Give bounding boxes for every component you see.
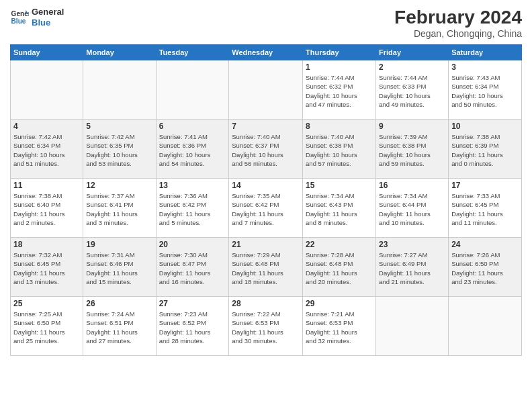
day-number: 12 [86, 181, 152, 190]
calendar-day-cell: 22Sunrise: 7:28 AM Sunset: 6:48 PM Dayli… [303, 238, 376, 297]
calendar-day-cell: 23Sunrise: 7:27 AM Sunset: 6:49 PM Dayli… [376, 238, 449, 297]
calendar-day-cell: 2Sunrise: 7:44 AM Sunset: 6:33 PM Daylig… [376, 60, 449, 120]
day-info: Sunrise: 7:26 AM Sunset: 6:50 PM Dayligh… [451, 250, 519, 286]
day-info: Sunrise: 7:28 AM Sunset: 6:48 PM Dayligh… [306, 250, 373, 286]
day-number: 4 [13, 122, 80, 131]
calendar-day-cell: 10Sunrise: 7:38 AM Sunset: 6:39 PM Dayli… [449, 120, 522, 179]
day-info: Sunrise: 7:23 AM Sunset: 6:52 PM Dayligh… [159, 310, 226, 345]
day-info: Sunrise: 7:36 AM Sunset: 6:42 PM Dayligh… [159, 191, 226, 227]
calendar-day-cell: 26Sunrise: 7:24 AM Sunset: 6:51 PM Dayli… [83, 297, 156, 356]
day-info: Sunrise: 7:39 AM Sunset: 6:38 PM Dayligh… [379, 132, 445, 168]
calendar-day-cell: 15Sunrise: 7:34 AM Sunset: 6:43 PM Dayli… [303, 179, 376, 238]
day-info: Sunrise: 7:24 AM Sunset: 6:51 PM Dayligh… [86, 310, 152, 345]
day-number: 28 [232, 299, 300, 308]
day-number: 2 [379, 62, 445, 72]
calendar-day-cell: 8Sunrise: 7:40 AM Sunset: 6:38 PM Daylig… [303, 120, 376, 179]
sub-title: Degan, Chongqing, China [394, 28, 522, 39]
day-number: 22 [306, 240, 373, 249]
title-block: February 2024 Degan, Chongqing, China [394, 7, 522, 39]
calendar-table: Sunday Monday Tuesday Wednesday Thursday… [10, 44, 522, 356]
day-number: 13 [159, 181, 226, 190]
day-info: Sunrise: 7:21 AM Sunset: 6:53 PM Dayligh… [306, 310, 373, 345]
calendar-day-cell: 21Sunrise: 7:29 AM Sunset: 6:48 PM Dayli… [229, 238, 303, 297]
day-info: Sunrise: 7:32 AM Sunset: 6:45 PM Dayligh… [13, 250, 80, 286]
day-number: 29 [306, 299, 373, 308]
day-info: Sunrise: 7:38 AM Sunset: 6:40 PM Dayligh… [13, 191, 80, 227]
day-info: Sunrise: 7:31 AM Sunset: 6:46 PM Dayligh… [86, 250, 152, 286]
day-number: 24 [451, 240, 519, 249]
calendar-day-cell [449, 297, 522, 356]
day-info: Sunrise: 7:44 AM Sunset: 6:32 PM Dayligh… [306, 73, 373, 109]
calendar-day-cell: 1Sunrise: 7:44 AM Sunset: 6:32 PM Daylig… [303, 60, 376, 120]
logo: General Blue General Blue [10, 7, 64, 28]
day-info: Sunrise: 7:40 AM Sunset: 6:38 PM Dayligh… [306, 132, 373, 168]
calendar-day-cell [156, 60, 229, 120]
calendar-day-cell: 6Sunrise: 7:41 AM Sunset: 6:36 PM Daylig… [156, 120, 229, 179]
calendar-day-cell: 17Sunrise: 7:33 AM Sunset: 6:45 PM Dayli… [449, 179, 522, 238]
calendar-week-row: 25Sunrise: 7:25 AM Sunset: 6:50 PM Dayli… [11, 297, 522, 356]
day-info: Sunrise: 7:22 AM Sunset: 6:53 PM Dayligh… [232, 310, 300, 345]
calendar-day-cell [229, 60, 303, 120]
calendar-day-cell: 7Sunrise: 7:40 AM Sunset: 6:37 PM Daylig… [229, 120, 303, 179]
calendar-day-cell: 11Sunrise: 7:38 AM Sunset: 6:40 PM Dayli… [11, 179, 83, 238]
day-number: 7 [232, 122, 300, 131]
day-info: Sunrise: 7:25 AM Sunset: 6:50 PM Dayligh… [13, 310, 80, 345]
day-number: 23 [379, 240, 445, 249]
day-number: 5 [86, 122, 152, 131]
day-info: Sunrise: 7:29 AM Sunset: 6:48 PM Dayligh… [232, 250, 300, 286]
logo-line1: General [32, 7, 64, 17]
day-info: Sunrise: 7:38 AM Sunset: 6:39 PM Dayligh… [451, 132, 519, 168]
day-info: Sunrise: 7:44 AM Sunset: 6:33 PM Dayligh… [379, 73, 445, 109]
day-info: Sunrise: 7:30 AM Sunset: 6:47 PM Dayligh… [159, 250, 226, 286]
col-saturday: Saturday [449, 45, 522, 60]
calendar-day-cell: 27Sunrise: 7:23 AM Sunset: 6:52 PM Dayli… [156, 297, 229, 356]
day-info: Sunrise: 7:42 AM Sunset: 6:34 PM Dayligh… [13, 132, 80, 168]
day-number: 1 [306, 62, 373, 72]
day-number: 21 [232, 240, 300, 249]
day-info: Sunrise: 7:27 AM Sunset: 6:49 PM Dayligh… [379, 250, 445, 286]
day-number: 9 [379, 122, 445, 131]
col-thursday: Thursday [303, 45, 376, 60]
calendar-day-cell: 24Sunrise: 7:26 AM Sunset: 6:50 PM Dayli… [449, 238, 522, 297]
calendar-week-row: 1Sunrise: 7:44 AM Sunset: 6:32 PM Daylig… [11, 60, 522, 120]
calendar-day-cell: 4Sunrise: 7:42 AM Sunset: 6:34 PM Daylig… [11, 120, 83, 179]
main-title: February 2024 [394, 7, 522, 28]
header: General Blue General Blue February 2024 … [10, 7, 522, 39]
day-number: 18 [13, 240, 80, 249]
day-number: 20 [159, 240, 226, 249]
col-tuesday: Tuesday [156, 45, 229, 60]
day-number: 26 [86, 299, 152, 308]
day-info: Sunrise: 7:34 AM Sunset: 6:43 PM Dayligh… [306, 191, 373, 227]
day-number: 16 [379, 181, 445, 190]
col-sunday: Sunday [11, 45, 83, 60]
calendar-day-cell: 29Sunrise: 7:21 AM Sunset: 6:53 PM Dayli… [303, 297, 376, 356]
calendar-day-cell: 19Sunrise: 7:31 AM Sunset: 6:46 PM Dayli… [83, 238, 156, 297]
day-info: Sunrise: 7:33 AM Sunset: 6:45 PM Dayligh… [451, 191, 519, 227]
day-number: 3 [451, 62, 519, 72]
svg-text:Blue: Blue [11, 17, 26, 25]
day-number: 11 [13, 181, 80, 190]
day-number: 19 [86, 240, 152, 249]
calendar-day-cell: 16Sunrise: 7:34 AM Sunset: 6:44 PM Dayli… [376, 179, 449, 238]
calendar-day-cell: 3Sunrise: 7:43 AM Sunset: 6:34 PM Daylig… [449, 60, 522, 120]
col-monday: Monday [83, 45, 156, 60]
day-number: 27 [159, 299, 226, 308]
col-friday: Friday [376, 45, 449, 60]
day-number: 17 [451, 181, 519, 190]
day-info: Sunrise: 7:42 AM Sunset: 6:35 PM Dayligh… [86, 132, 152, 168]
day-info: Sunrise: 7:35 AM Sunset: 6:42 PM Dayligh… [232, 191, 300, 227]
calendar-day-cell: 14Sunrise: 7:35 AM Sunset: 6:42 PM Dayli… [229, 179, 303, 238]
day-info: Sunrise: 7:37 AM Sunset: 6:41 PM Dayligh… [86, 191, 152, 227]
calendar-day-cell: 13Sunrise: 7:36 AM Sunset: 6:42 PM Dayli… [156, 179, 229, 238]
day-info: Sunrise: 7:34 AM Sunset: 6:44 PM Dayligh… [379, 191, 445, 227]
col-wednesday: Wednesday [229, 45, 303, 60]
day-number: 14 [232, 181, 300, 190]
day-number: 8 [306, 122, 373, 131]
logo-icon: General Blue [10, 8, 29, 27]
calendar-day-cell: 12Sunrise: 7:37 AM Sunset: 6:41 PM Dayli… [83, 179, 156, 238]
calendar-day-cell: 9Sunrise: 7:39 AM Sunset: 6:38 PM Daylig… [376, 120, 449, 179]
calendar-week-row: 11Sunrise: 7:38 AM Sunset: 6:40 PM Dayli… [11, 179, 522, 238]
day-info: Sunrise: 7:43 AM Sunset: 6:34 PM Dayligh… [451, 73, 519, 109]
page: General Blue General Blue February 2024 … [0, 0, 532, 411]
day-info: Sunrise: 7:40 AM Sunset: 6:37 PM Dayligh… [232, 132, 300, 168]
